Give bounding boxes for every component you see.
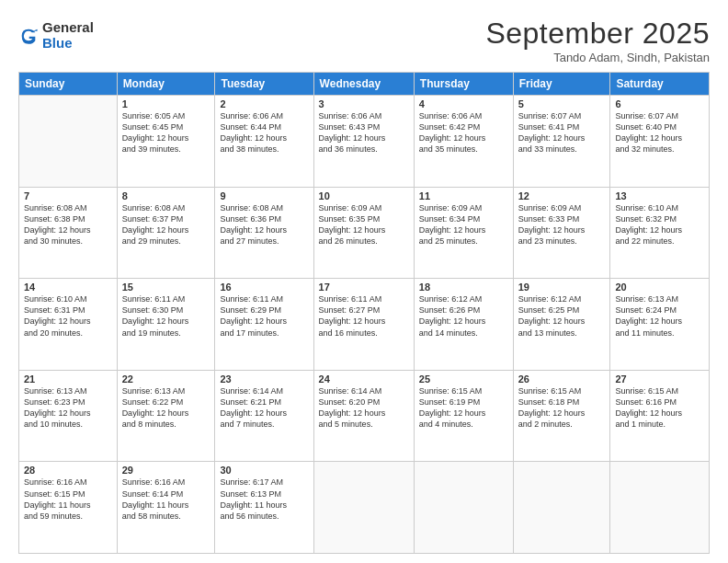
calendar-cell: 17Sunrise: 6:11 AM Sunset: 6:27 PM Dayli… — [313, 279, 414, 371]
day-number: 12 — [518, 190, 606, 201]
day-number: 1 — [122, 98, 210, 109]
day-info: Sunrise: 6:07 AM Sunset: 6:41 PM Dayligh… — [518, 110, 606, 155]
logo-icon — [18, 26, 39, 46]
day-number: 16 — [220, 282, 308, 293]
day-number: 14 — [24, 282, 112, 293]
day-info: Sunrise: 6:10 AM Sunset: 6:32 PM Dayligh… — [615, 202, 704, 247]
day-info: Sunrise: 6:08 AM Sunset: 6:38 PM Dayligh… — [24, 202, 112, 247]
calendar-cell: 23Sunrise: 6:14 AM Sunset: 6:21 PM Dayli… — [215, 370, 313, 462]
title-block: September 2025 Tando Adam, Sindh, Pakist… — [485, 17, 710, 64]
day-info: Sunrise: 6:15 AM Sunset: 6:19 PM Dayligh… — [419, 385, 508, 431]
calendar-cell: 25Sunrise: 6:15 AM Sunset: 6:19 PM Dayli… — [414, 370, 513, 462]
day-info: Sunrise: 6:14 AM Sunset: 6:21 PM Dayligh… — [220, 385, 308, 431]
month-title: September 2025 — [485, 17, 710, 51]
page: General Blue September 2025 Tando Adam, … — [0, 0, 728, 563]
calendar-cell: 27Sunrise: 6:15 AM Sunset: 6:16 PM Dayli… — [610, 370, 710, 462]
day-info: Sunrise: 6:05 AM Sunset: 6:45 PM Dayligh… — [122, 110, 210, 155]
day-info: Sunrise: 6:09 AM Sunset: 6:33 PM Dayligh… — [518, 202, 606, 247]
logo: General Blue — [18, 20, 94, 51]
day-number: 17 — [319, 282, 409, 293]
calendar-cell: 19Sunrise: 6:12 AM Sunset: 6:25 PM Dayli… — [513, 279, 610, 371]
day-number: 6 — [615, 98, 704, 109]
day-number: 20 — [615, 282, 704, 293]
day-info: Sunrise: 6:15 AM Sunset: 6:18 PM Dayligh… — [518, 385, 606, 431]
week-row-4: 28Sunrise: 6:16 AM Sunset: 6:15 PM Dayli… — [19, 462, 710, 554]
day-info: Sunrise: 6:07 AM Sunset: 6:40 PM Dayligh… — [615, 110, 704, 155]
day-number: 8 — [122, 190, 210, 201]
day-number: 23 — [220, 373, 308, 385]
logo-blue: Blue — [42, 36, 94, 52]
day-number: 5 — [518, 98, 606, 109]
calendar-cell: 29Sunrise: 6:16 AM Sunset: 6:14 PM Dayli… — [117, 462, 215, 554]
calendar-cell: 18Sunrise: 6:12 AM Sunset: 6:26 PM Dayli… — [414, 279, 513, 371]
day-info: Sunrise: 6:17 AM Sunset: 6:13 PM Dayligh… — [220, 477, 308, 522]
calendar-cell: 13Sunrise: 6:10 AM Sunset: 6:32 PM Dayli… — [610, 187, 710, 279]
day-info: Sunrise: 6:06 AM Sunset: 6:43 PM Dayligh… — [319, 110, 409, 155]
calendar-cell: 3Sunrise: 6:06 AM Sunset: 6:43 PM Daylig… — [313, 96, 414, 188]
day-number: 3 — [319, 98, 409, 109]
day-number: 21 — [24, 373, 112, 385]
day-number: 11 — [419, 190, 508, 201]
day-info: Sunrise: 6:08 AM Sunset: 6:36 PM Dayligh… — [220, 202, 308, 247]
weekday-header-friday: Friday — [513, 73, 610, 96]
logo-text: General Blue — [42, 20, 94, 51]
day-number: 26 — [518, 373, 606, 385]
day-info: Sunrise: 6:16 AM Sunset: 6:15 PM Dayligh… — [24, 477, 112, 522]
day-info: Sunrise: 6:06 AM Sunset: 6:42 PM Dayligh… — [419, 110, 508, 155]
day-info: Sunrise: 6:15 AM Sunset: 6:16 PM Dayligh… — [615, 385, 704, 431]
day-info: Sunrise: 6:09 AM Sunset: 6:35 PM Dayligh… — [319, 202, 409, 247]
calendar-cell: 11Sunrise: 6:09 AM Sunset: 6:34 PM Dayli… — [414, 187, 513, 279]
weekday-header-sunday: Sunday — [19, 73, 118, 96]
day-info: Sunrise: 6:11 AM Sunset: 6:30 PM Dayligh… — [122, 293, 210, 339]
calendar-cell: 20Sunrise: 6:13 AM Sunset: 6:24 PM Dayli… — [610, 279, 710, 371]
day-number: 29 — [122, 465, 210, 476]
calendar-cell: 26Sunrise: 6:15 AM Sunset: 6:18 PM Dayli… — [513, 370, 610, 462]
week-row-2: 14Sunrise: 6:10 AM Sunset: 6:31 PM Dayli… — [19, 279, 710, 371]
day-number: 13 — [615, 190, 704, 201]
day-number: 22 — [122, 373, 210, 385]
day-number: 9 — [220, 190, 308, 201]
week-row-0: 1Sunrise: 6:05 AM Sunset: 6:45 PM Daylig… — [19, 96, 710, 188]
calendar-cell — [414, 462, 513, 554]
weekday-header-row: SundayMondayTuesdayWednesdayThursdayFrid… — [19, 73, 710, 96]
calendar-cell: 14Sunrise: 6:10 AM Sunset: 6:31 PM Dayli… — [19, 279, 118, 371]
day-number: 7 — [24, 190, 112, 201]
calendar-cell: 21Sunrise: 6:13 AM Sunset: 6:23 PM Dayli… — [19, 370, 118, 462]
day-number: 15 — [122, 282, 210, 293]
day-info: Sunrise: 6:09 AM Sunset: 6:34 PM Dayligh… — [419, 202, 508, 247]
day-number: 19 — [518, 282, 606, 293]
calendar-cell: 15Sunrise: 6:11 AM Sunset: 6:30 PM Dayli… — [117, 279, 215, 371]
header-row: General Blue September 2025 Tando Adam, … — [18, 17, 710, 64]
calendar-cell: 7Sunrise: 6:08 AM Sunset: 6:38 PM Daylig… — [19, 187, 118, 279]
calendar-cell: 28Sunrise: 6:16 AM Sunset: 6:15 PM Dayli… — [19, 462, 118, 554]
calendar-cell — [313, 462, 414, 554]
day-info: Sunrise: 6:16 AM Sunset: 6:14 PM Dayligh… — [122, 477, 210, 522]
day-info: Sunrise: 6:13 AM Sunset: 6:22 PM Dayligh… — [122, 385, 210, 431]
weekday-header-thursday: Thursday — [414, 73, 513, 96]
calendar-cell: 10Sunrise: 6:09 AM Sunset: 6:35 PM Dayli… — [313, 187, 414, 279]
day-info: Sunrise: 6:12 AM Sunset: 6:25 PM Dayligh… — [518, 293, 606, 339]
calendar-cell: 12Sunrise: 6:09 AM Sunset: 6:33 PM Dayli… — [513, 187, 610, 279]
week-row-1: 7Sunrise: 6:08 AM Sunset: 6:38 PM Daylig… — [19, 187, 710, 279]
day-number: 4 — [419, 98, 508, 109]
day-info: Sunrise: 6:11 AM Sunset: 6:29 PM Dayligh… — [220, 293, 308, 339]
day-number: 2 — [220, 98, 308, 109]
day-info: Sunrise: 6:12 AM Sunset: 6:26 PM Dayligh… — [419, 293, 508, 339]
day-number: 25 — [419, 373, 508, 385]
day-info: Sunrise: 6:13 AM Sunset: 6:24 PM Dayligh… — [615, 293, 704, 339]
calendar-cell: 24Sunrise: 6:14 AM Sunset: 6:20 PM Dayli… — [313, 370, 414, 462]
day-number: 30 — [220, 465, 308, 476]
day-info: Sunrise: 6:08 AM Sunset: 6:37 PM Dayligh… — [122, 202, 210, 247]
calendar-cell — [513, 462, 610, 554]
calendar-cell: 4Sunrise: 6:06 AM Sunset: 6:42 PM Daylig… — [414, 96, 513, 188]
location: Tando Adam, Sindh, Pakistan — [485, 51, 710, 64]
calendar-cell: 2Sunrise: 6:06 AM Sunset: 6:44 PM Daylig… — [215, 96, 313, 188]
calendar-cell: 30Sunrise: 6:17 AM Sunset: 6:13 PM Dayli… — [215, 462, 313, 554]
calendar-cell: 5Sunrise: 6:07 AM Sunset: 6:41 PM Daylig… — [513, 96, 610, 188]
day-info: Sunrise: 6:10 AM Sunset: 6:31 PM Dayligh… — [24, 293, 112, 339]
calendar-cell: 9Sunrise: 6:08 AM Sunset: 6:36 PM Daylig… — [215, 187, 313, 279]
calendar-cell — [19, 96, 118, 188]
day-number: 10 — [319, 190, 409, 201]
day-number: 27 — [615, 373, 704, 385]
calendar-cell: 16Sunrise: 6:11 AM Sunset: 6:29 PM Dayli… — [215, 279, 313, 371]
